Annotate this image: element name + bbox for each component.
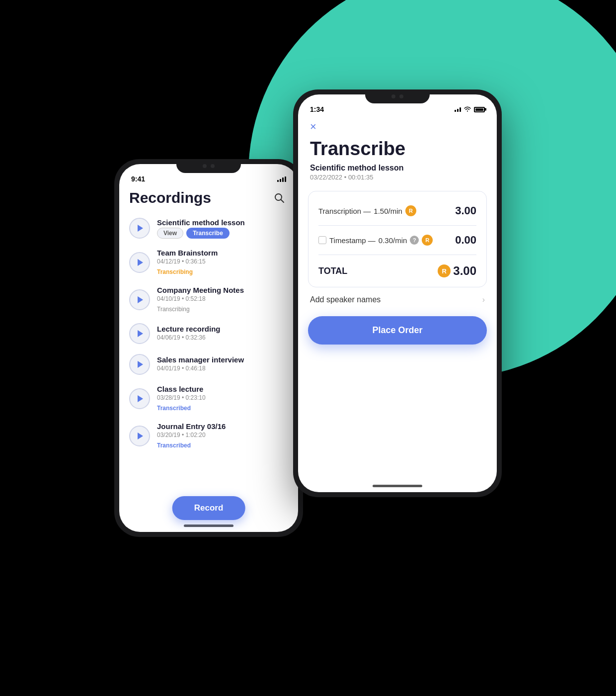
transcription-coin: R — [405, 205, 416, 216]
recording-name-1: Scientific method lesson — [157, 218, 288, 227]
notch-dot-f1 — [391, 94, 395, 98]
recording-name-2: Team Brainstorm — [157, 249, 288, 257]
add-speakers-row[interactable]: Add speaker names › — [298, 287, 497, 312]
transcribe-title: Transcribe — [298, 138, 497, 164]
status-2: Transcribing — [157, 268, 193, 275]
status-time-front: 1:34 — [310, 105, 324, 113]
chevron-right-icon: › — [482, 295, 485, 304]
help-icon[interactable]: ? — [410, 236, 419, 245]
home-bar-back — [184, 524, 233, 527]
pricing-card: Transcription — 1.50/min R 3.00 Timestam… — [308, 191, 487, 287]
timestamp-value: 0.00 — [455, 234, 476, 247]
play-button-1[interactable] — [129, 218, 150, 239]
signal-bar-1 — [277, 180, 279, 182]
wifi-icon — [463, 106, 471, 113]
signal-bar-4 — [285, 176, 286, 182]
play-button-3[interactable] — [129, 289, 150, 310]
sig-f1 — [455, 110, 456, 112]
transcription-value: 3.00 — [455, 204, 476, 217]
phone-notch-front — [365, 89, 430, 103]
place-order-button[interactable]: Place Order — [308, 316, 487, 345]
phone-transcribe: 1:34 — [293, 89, 502, 497]
recording-item-7: Journal Entry 03/16 03/20/19 • 1:02:20 T… — [119, 417, 298, 454]
total-coin: R — [438, 264, 451, 277]
play-icon-2 — [138, 259, 143, 266]
recordings-title: Recordings — [129, 189, 211, 206]
phone-recordings: 9:41 Recordings — [114, 159, 303, 537]
record-button-wrapper: Record — [172, 496, 245, 520]
recording-info-1: Scientific method lesson View Transcribe — [157, 218, 288, 239]
play-icon-6 — [138, 395, 143, 402]
recording-item-6: Class lecture 03/28/19 • 0:23:10 Transcr… — [119, 380, 298, 417]
recording-meta-6: 03/28/19 • 0:23:10 — [157, 394, 288, 401]
transcribe-button-1[interactable]: Transcribe — [186, 228, 230, 239]
recording-name-5: Sales manager interview — [157, 355, 288, 364]
transcription-label: Transcription — 1.50/min R — [318, 205, 416, 216]
signal-bar-2 — [280, 179, 281, 182]
recording-info-4: Lecture recording 04/06/19 • 0:32:36 — [157, 325, 288, 343]
recording-meta-2: 04/12/19 • 0:36:15 — [157, 258, 288, 265]
recording-name-4: Lecture recording — [157, 325, 288, 333]
status-6: Transcribed — [157, 405, 191, 412]
recording-meta-5: 04/01/19 • 0:46:18 — [157, 365, 288, 372]
play-button-5[interactable] — [129, 354, 150, 375]
recording-item-3: Company Meeting Notes 04/10/19 • 0:52:18… — [119, 281, 298, 318]
signal-bar-3 — [282, 177, 284, 182]
notch-dot-f2 — [399, 94, 403, 98]
search-button[interactable] — [270, 189, 288, 207]
signal-bars-front — [455, 107, 461, 112]
pricing-divider — [318, 225, 476, 226]
timestamp-label: Timestamp — 0.30/min ? R — [318, 235, 433, 246]
add-speakers-label: Add speaker names — [310, 295, 381, 304]
status-3: Transcribing — [157, 306, 190, 313]
recording-meta-7: 03/20/19 • 1:02:20 — [157, 432, 288, 438]
transcription-row: Transcription — 1.50/min R 3.00 — [318, 200, 476, 221]
recording-info-7: Journal Entry 03/16 03/20/19 • 1:02:20 T… — [157, 422, 288, 449]
close-button[interactable]: × — [298, 115, 328, 138]
play-button-4[interactable] — [129, 323, 150, 344]
view-button-1[interactable]: View — [157, 228, 183, 239]
timestamp-checkbox[interactable] — [318, 236, 326, 244]
signal-bars — [277, 176, 286, 182]
phone-inner-back: 9:41 Recordings — [119, 164, 298, 532]
timestamp-rate: 0.30/min — [379, 236, 407, 245]
battery-icon — [474, 107, 485, 112]
place-order-wrapper: Place Order — [298, 312, 497, 348]
sig-f2 — [457, 109, 459, 112]
play-icon-1 — [138, 225, 143, 232]
transcription-rate: 1.50/min — [374, 207, 402, 215]
recording-info-2: Team Brainstorm 04/12/19 • 0:36:15 Trans… — [157, 249, 288, 276]
play-icon-4 — [138, 330, 143, 337]
play-icon-5 — [138, 361, 143, 368]
phone-notch-back — [176, 159, 241, 173]
status-time-back: 9:41 — [131, 175, 145, 183]
total-value: R 3.00 — [438, 264, 476, 278]
recording-item-2: Team Brainstorm 04/12/19 • 0:36:15 Trans… — [119, 244, 298, 281]
transcribe-screen: 1:34 — [298, 94, 497, 492]
recording-name-3: Company Meeting Notes — [157, 286, 288, 294]
record-button[interactable]: Record — [172, 496, 245, 520]
notch-dot — [203, 164, 207, 168]
recording-name-6: Class lecture — [157, 385, 288, 393]
notch-dot-2 — [211, 164, 215, 168]
play-icon-3 — [138, 296, 143, 303]
play-button-6[interactable] — [129, 388, 150, 409]
transcribe-duration: 00:01:35 — [348, 174, 374, 181]
play-button-7[interactable] — [129, 426, 150, 446]
transcribe-recording-name: Scientific method lesson — [298, 164, 497, 174]
timestamp-row: Timestamp — 0.30/min ? R 0.00 — [318, 230, 476, 251]
status-7: Transcribed — [157, 442, 191, 449]
transcribe-meta-sep: • — [344, 174, 348, 181]
total-row: TOTAL R 3.00 — [318, 259, 476, 278]
play-icon-7 — [138, 433, 143, 439]
recordings-header: Recordings — [119, 185, 298, 213]
play-button-2[interactable] — [129, 252, 150, 273]
recordings-screen: 9:41 Recordings — [119, 164, 298, 532]
transcribe-date: 03/22/2022 — [310, 174, 342, 181]
timestamp-coin: R — [422, 235, 433, 246]
total-label: TOTAL — [318, 266, 347, 276]
recording-info-6: Class lecture 03/28/19 • 0:23:10 Transcr… — [157, 385, 288, 412]
recording-info-3: Company Meeting Notes 04/10/19 • 0:52:18… — [157, 286, 288, 313]
svg-line-1 — [281, 200, 284, 203]
total-amount: 3.00 — [453, 264, 476, 278]
